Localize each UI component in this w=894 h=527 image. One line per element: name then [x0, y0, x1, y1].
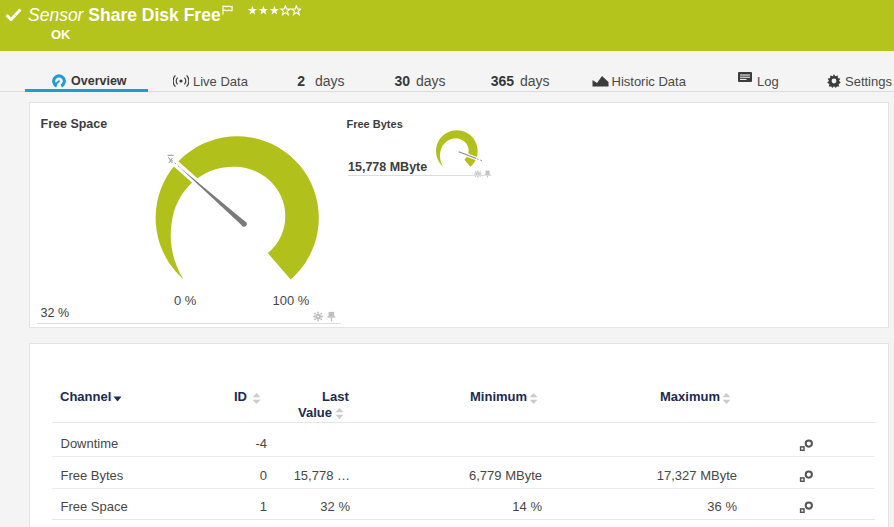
svg-text:x: x: [168, 155, 173, 165]
